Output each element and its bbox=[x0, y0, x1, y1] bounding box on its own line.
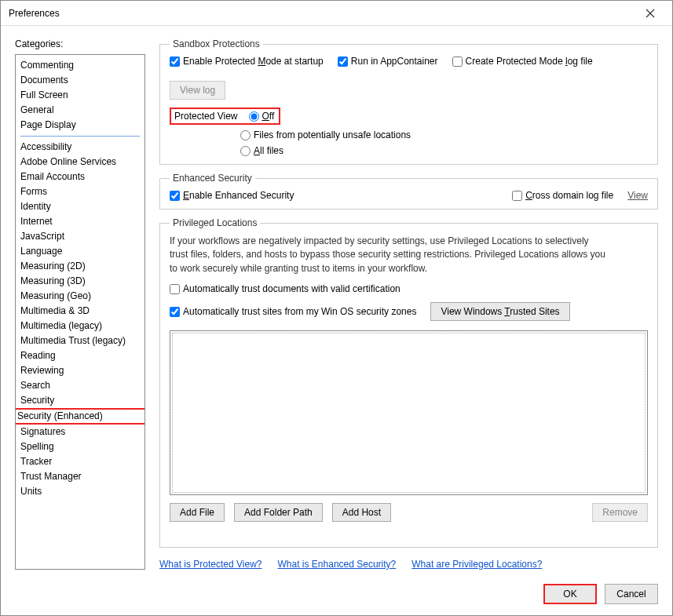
category-item[interactable]: Commenting bbox=[16, 58, 144, 73]
category-item[interactable]: JavaScript bbox=[16, 229, 144, 244]
category-item[interactable]: Language bbox=[16, 244, 144, 259]
enable-protected-mode-checkbox[interactable]: Enable Protected Mode at startup bbox=[170, 56, 324, 67]
view-trusted-sites-button[interactable]: View Windows Trusted Sites bbox=[430, 302, 569, 321]
category-item[interactable]: Full Screen bbox=[16, 88, 144, 103]
auto-trust-zones-checkbox[interactable]: Automatically trust sites from my Win OS… bbox=[170, 306, 416, 317]
sandbox-protections-group: Sandbox Protections Enable Protected Mod… bbox=[159, 38, 658, 165]
category-item[interactable]: Accessibility bbox=[16, 140, 144, 155]
category-item[interactable]: Measuring (2D) bbox=[16, 259, 144, 274]
category-item-selected[interactable]: Security (Enhanced) bbox=[15, 408, 145, 425]
category-item[interactable]: Internet bbox=[16, 214, 144, 229]
category-item[interactable]: Forms bbox=[16, 184, 144, 199]
category-item[interactable]: Reviewing bbox=[16, 363, 144, 378]
remove-button: Remove bbox=[592, 503, 648, 522]
category-item[interactable]: Multimedia Trust (legacy) bbox=[16, 334, 144, 348]
privileged-locations-list[interactable] bbox=[170, 330, 648, 495]
category-item[interactable]: Trust Manager bbox=[16, 469, 144, 484]
category-item[interactable]: Signatures bbox=[16, 425, 144, 439]
what-is-enhanced-security-link[interactable]: What is Enhanced Security? bbox=[278, 559, 397, 570]
run-appcontainer-checkbox[interactable]: Run in AppContainer bbox=[338, 56, 438, 67]
category-item[interactable]: Tracker bbox=[16, 454, 144, 469]
create-log-checkbox[interactable]: Create Protected Mode log file bbox=[452, 56, 593, 67]
preferences-dialog: Preferences Categories: CommentingDocume… bbox=[0, 0, 673, 616]
add-folder-button[interactable]: Add Folder Path bbox=[234, 503, 323, 522]
enable-enhanced-security-checkbox[interactable]: Enable Enhanced Security bbox=[170, 190, 294, 201]
category-item[interactable]: General bbox=[16, 103, 144, 118]
enhanced-security-group: Enhanced Security Enable Enhanced Securi… bbox=[159, 173, 658, 210]
what-is-protected-view-link[interactable]: What is Protected View? bbox=[159, 559, 262, 570]
add-file-button[interactable]: Add File bbox=[170, 503, 225, 522]
category-item[interactable]: Units bbox=[16, 484, 144, 499]
sandbox-legend: Sandbox Protections bbox=[170, 38, 263, 49]
protected-view-unsafe-radio[interactable]: Files from potentially unsafe locations bbox=[240, 129, 648, 140]
category-item[interactable]: Measuring (3D) bbox=[16, 274, 144, 289]
protected-view-label: Protected View bbox=[174, 111, 238, 122]
category-item[interactable]: Reading bbox=[16, 348, 144, 363]
privileged-help-text: If your workflows are negatively impacte… bbox=[170, 235, 609, 275]
what-are-privileged-locations-link[interactable]: What are Privileged Locations? bbox=[411, 559, 542, 570]
window-title: Preferences bbox=[9, 8, 635, 19]
auto-trust-cert-checkbox[interactable]: Automatically trust documents with valid… bbox=[170, 283, 648, 294]
view-log-button: View log bbox=[170, 81, 225, 100]
category-divider bbox=[20, 136, 140, 137]
privileged-locations-group: Privileged Locations If your workflows a… bbox=[159, 217, 658, 548]
add-host-button[interactable]: Add Host bbox=[332, 503, 391, 522]
protected-view-off-radio[interactable]: Off bbox=[249, 111, 275, 122]
titlebar: Preferences bbox=[1, 1, 672, 26]
enhanced-view-link[interactable]: View bbox=[627, 190, 648, 201]
category-item[interactable]: Security bbox=[16, 393, 144, 408]
category-item[interactable]: Multimedia & 3D bbox=[16, 304, 144, 319]
categories-list[interactable]: CommentingDocumentsFull ScreenGeneralPag… bbox=[15, 54, 145, 570]
cancel-button[interactable]: Cancel bbox=[605, 584, 658, 604]
category-item[interactable]: Spelling bbox=[16, 439, 144, 454]
cross-domain-log-checkbox[interactable]: Cross domain log file bbox=[512, 190, 613, 201]
category-item[interactable]: Multimedia (legacy) bbox=[16, 319, 144, 334]
category-item[interactable]: Identity bbox=[16, 199, 144, 214]
category-item[interactable]: Email Accounts bbox=[16, 169, 144, 184]
category-item[interactable]: Page Display bbox=[16, 118, 144, 133]
protected-view-all-radio[interactable]: All files bbox=[240, 145, 648, 156]
category-item[interactable]: Documents bbox=[16, 73, 144, 88]
enhanced-legend: Enhanced Security bbox=[170, 173, 255, 184]
ok-button[interactable]: OK bbox=[543, 584, 597, 604]
category-item[interactable]: Search bbox=[16, 378, 144, 393]
privileged-legend: Privileged Locations bbox=[170, 217, 260, 228]
categories-label: Categories: bbox=[15, 38, 145, 49]
close-icon[interactable] bbox=[635, 1, 666, 26]
category-item[interactable]: Adobe Online Services bbox=[16, 155, 144, 169]
category-item[interactable]: Measuring (Geo) bbox=[16, 289, 144, 304]
